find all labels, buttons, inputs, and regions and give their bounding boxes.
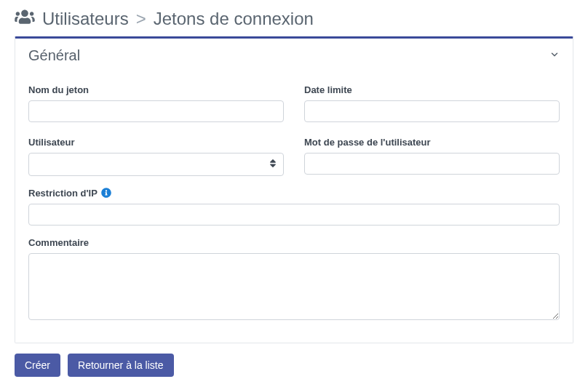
token-name-label: Nom du jeton	[28, 84, 284, 95]
deadline-label: Date limite	[304, 84, 560, 95]
password-input[interactable]	[304, 153, 560, 175]
info-icon[interactable]	[101, 188, 111, 198]
back-to-list-button[interactable]: Retourner à la liste	[68, 354, 174, 377]
comment-label: Commentaire	[28, 237, 560, 248]
panel-general: Général Nom du jeton Date limite	[15, 36, 573, 343]
user-label: Utilisateur	[28, 137, 284, 148]
breadcrumb-section: Utilisateurs	[42, 9, 129, 29]
token-name-input[interactable]	[28, 100, 284, 122]
users-icon	[15, 9, 35, 29]
chevron-down-icon	[549, 49, 560, 62]
panel-header[interactable]: Général	[15, 39, 573, 73]
breadcrumb-subsection: Jetons de connexion	[154, 9, 314, 29]
page-title: Utilisateurs > Jetons de connexion	[0, 0, 588, 36]
user-select[interactable]	[28, 153, 284, 176]
panel-title: Général	[28, 47, 80, 64]
ip-restrict-label: Restriction d'IP	[28, 188, 560, 199]
deadline-input[interactable]	[304, 100, 560, 122]
comment-textarea[interactable]	[28, 253, 560, 320]
panel-body: Nom du jeton Date limite Utilisateur	[15, 73, 573, 343]
breadcrumb-separator: >	[136, 9, 146, 29]
create-button[interactable]: Créer	[15, 354, 60, 377]
password-label: Mot de passe de l'utilisateur	[304, 137, 560, 148]
button-bar: Créer Retourner à la liste	[0, 354, 588, 379]
ip-restrict-input[interactable]	[28, 204, 560, 226]
